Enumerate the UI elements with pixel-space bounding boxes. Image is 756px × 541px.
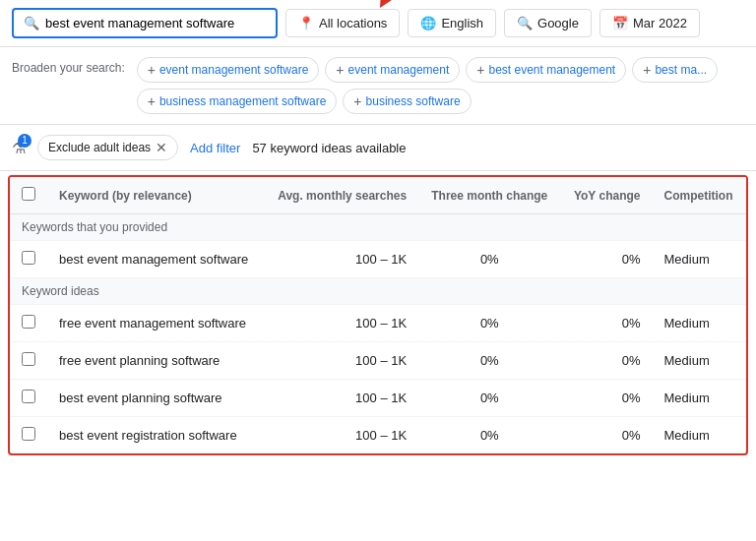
- chip-label: event management software: [159, 63, 308, 77]
- broaden-section: Broaden your search: + event management …: [0, 47, 756, 125]
- language-button[interactable]: 🌐 English: [408, 9, 496, 37]
- table-row: best event registration software 100 – 1…: [10, 417, 746, 454]
- add-filter-button[interactable]: Add filter: [190, 141, 240, 155]
- keyword-count: 57 keyword ideas available: [252, 141, 406, 155]
- row-checkbox[interactable]: [22, 352, 35, 366]
- row-checkbox-cell: [10, 305, 47, 342]
- filter-bar: ⚗ 1 Exclude adult ideas ✕ Add filter 57 …: [0, 125, 756, 171]
- table-header-row: Keyword (by relevance) Avg. monthly sear…: [10, 177, 746, 214]
- row-yoy-change: 0%: [560, 241, 652, 278]
- table-body: Keywords that you provided best event ma…: [10, 214, 746, 454]
- row-keyword: best event management software: [47, 241, 264, 278]
- row-avg-monthly: 100 – 1K: [264, 305, 418, 342]
- row-competition: Medium: [652, 342, 746, 380]
- row-three-month: 0%: [418, 342, 560, 380]
- row-checkbox[interactable]: [22, 427, 35, 441]
- chip-label: best ma...: [655, 63, 707, 77]
- row-checkbox[interactable]: [22, 315, 35, 329]
- chip-best-event-management[interactable]: + best event management: [466, 57, 626, 83]
- plus-icon: +: [643, 62, 651, 78]
- chip-event-management[interactable]: + event management: [325, 57, 460, 83]
- section-provided-label: Keywords that you provided: [10, 214, 746, 241]
- row-competition: Medium: [652, 241, 746, 278]
- exclude-label: Exclude adult ideas: [48, 141, 151, 154]
- header-competition: Competition: [652, 177, 746, 214]
- row-yoy-change: 0%: [560, 305, 652, 342]
- row-competition: Medium: [652, 417, 746, 454]
- location-button[interactable]: 📍 All locations: [285, 9, 400, 37]
- row-keyword: best event planning software: [47, 380, 264, 417]
- row-yoy-change: 0%: [560, 417, 652, 454]
- row-avg-monthly: 100 – 1K: [264, 241, 418, 278]
- section-ideas-label-row: Keyword ideas: [10, 278, 746, 305]
- language-icon: 🌐: [420, 16, 436, 30]
- header-keyword: Keyword (by relevance): [47, 177, 264, 214]
- row-checkbox-cell: [10, 417, 47, 454]
- exclude-chip: Exclude adult ideas ✕: [37, 135, 178, 160]
- chip-business-management-software[interactable]: + business management software: [137, 89, 338, 114]
- row-keyword: free event management software: [47, 305, 264, 342]
- plus-icon: +: [336, 62, 344, 78]
- chip-best-ma[interactable]: + best ma...: [632, 57, 718, 83]
- toolbar: 🔍 📍 All locations 🌐 English 🔍 Google 📅 M…: [0, 0, 756, 47]
- row-avg-monthly: 100 – 1K: [264, 342, 418, 380]
- row-checkbox-cell: [10, 241, 47, 278]
- table-row: free event planning software 100 – 1K 0%…: [10, 342, 746, 380]
- search-icon: 🔍: [24, 16, 39, 30]
- filter-icon-wrap[interactable]: ⚗ 1: [12, 139, 26, 157]
- header-checkbox-cell: [10, 177, 47, 214]
- header-three-month: Three month change: [418, 177, 560, 214]
- header-yoy-change: YoY change: [560, 177, 652, 214]
- exclude-close-icon[interactable]: ✕: [156, 140, 167, 155]
- date-label: Mar 2022: [633, 16, 687, 30]
- row-checkbox[interactable]: [22, 390, 35, 403]
- section-provided-label-row: Keywords that you provided: [10, 214, 746, 241]
- table-row: free event management software 100 – 1K …: [10, 305, 746, 342]
- chip-business-software[interactable]: + business software: [343, 89, 471, 114]
- row-checkbox-cell: [10, 380, 47, 417]
- section-ideas-label: Keyword ideas: [10, 278, 746, 305]
- row-three-month: 0%: [418, 241, 560, 278]
- header-avg-monthly: Avg. monthly searches: [264, 177, 418, 214]
- search-input[interactable]: [45, 16, 262, 30]
- chip-label: business management software: [159, 94, 326, 108]
- arrow-container: 📍 All locations: [285, 9, 400, 37]
- row-avg-monthly: 100 – 1K: [264, 417, 418, 454]
- keyword-table: Keyword (by relevance) Avg. monthly sear…: [10, 177, 746, 453]
- row-keyword: best event registration software: [47, 417, 264, 454]
- row-competition: Medium: [652, 305, 746, 342]
- row-checkbox[interactable]: [22, 251, 35, 265]
- broaden-chips: + event management software + event mana…: [137, 57, 744, 114]
- engine-icon: 🔍: [517, 16, 533, 30]
- calendar-icon: 📅: [612, 16, 628, 30]
- row-checkbox-cell: [10, 342, 47, 380]
- broaden-label: Broaden your search:: [12, 57, 125, 75]
- select-all-checkbox[interactable]: [22, 187, 35, 201]
- location-label: All locations: [319, 16, 387, 30]
- search-box[interactable]: 🔍: [12, 8, 278, 38]
- plus-icon: +: [148, 62, 156, 78]
- row-three-month: 0%: [418, 417, 560, 454]
- table-row: best event management software 100 – 1K …: [10, 241, 746, 278]
- engine-label: Google: [537, 16, 579, 30]
- plus-icon: +: [148, 93, 156, 109]
- chip-event-management-software[interactable]: + event management software: [137, 57, 320, 83]
- row-three-month: 0%: [418, 380, 560, 417]
- date-button[interactable]: 📅 Mar 2022: [599, 9, 700, 37]
- chip-label: best event management: [488, 63, 615, 77]
- plus-icon: +: [353, 93, 361, 109]
- row-keyword: free event planning software: [47, 342, 264, 380]
- chip-label: business software: [366, 94, 461, 108]
- language-label: English: [441, 16, 483, 30]
- row-competition: Medium: [652, 380, 746, 417]
- table-row: best event planning software 100 – 1K 0%…: [10, 380, 746, 417]
- location-icon: 📍: [298, 16, 314, 30]
- engine-button[interactable]: 🔍 Google: [504, 9, 592, 37]
- row-yoy-change: 0%: [560, 380, 652, 417]
- row-avg-monthly: 100 – 1K: [264, 380, 418, 417]
- keyword-table-wrapper: Keyword (by relevance) Avg. monthly sear…: [8, 175, 748, 455]
- filter-badge: 1: [18, 134, 32, 148]
- row-three-month: 0%: [418, 305, 560, 342]
- chip-label: event management: [348, 63, 450, 77]
- plus-icon: +: [476, 62, 484, 78]
